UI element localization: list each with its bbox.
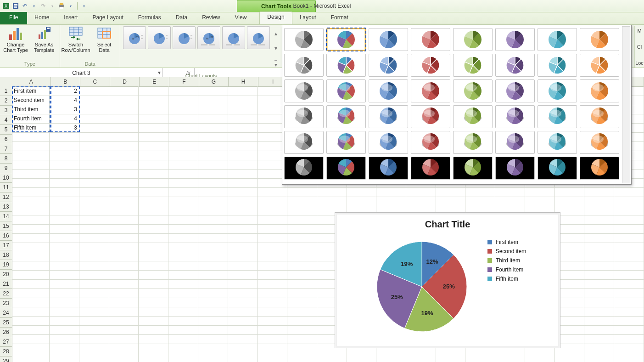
cell[interactable] [258, 270, 287, 280]
cell[interactable] [614, 206, 644, 215]
cell[interactable] [584, 261, 614, 271]
cell[interactable] [584, 279, 614, 289]
cell[interactable] [228, 353, 258, 362]
cell[interactable] [109, 288, 139, 298]
cell[interactable] [228, 187, 258, 197]
cell[interactable] [109, 325, 139, 335]
print-icon[interactable] [58, 2, 65, 10]
cell[interactable]: 2 [50, 86, 79, 96]
cell[interactable] [198, 141, 228, 151]
cell[interactable] [436, 187, 466, 197]
chart-style-thumb[interactable] [411, 28, 450, 51]
cell[interactable] [139, 344, 168, 353]
undo-dropdown-icon[interactable]: ▾ [30, 2, 38, 10]
cell[interactable]: 3 [50, 123, 79, 133]
row-header[interactable]: 19 [0, 260, 12, 270]
cell[interactable] [614, 307, 644, 317]
chart-style-thumb[interactable] [580, 79, 619, 102]
cell[interactable] [50, 325, 79, 335]
cell[interactable] [79, 344, 109, 353]
column-header[interactable]: E [140, 77, 169, 86]
cell[interactable] [198, 270, 228, 280]
cell[interactable] [79, 252, 109, 261]
cell[interactable] [109, 151, 139, 160]
cell[interactable] [109, 141, 139, 151]
chart-style-thumb[interactable] [411, 54, 450, 77]
cell[interactable] [139, 325, 168, 335]
cell[interactable] [287, 344, 317, 353]
chart-style-thumb[interactable] [369, 79, 408, 102]
cell[interactable]: Fifth item [12, 123, 50, 133]
cell[interactable] [109, 334, 139, 344]
cell[interactable] [109, 298, 139, 307]
cell[interactable] [198, 96, 228, 105]
column-header[interactable]: B [51, 77, 81, 86]
cell[interactable]: First item [12, 86, 50, 96]
cell[interactable] [139, 169, 168, 179]
cell[interactable] [139, 178, 168, 188]
chart-style-thumb[interactable] [453, 105, 493, 128]
cell[interactable] [228, 298, 258, 307]
cell[interactable] [198, 187, 228, 197]
row-header[interactable]: 12 [0, 192, 12, 202]
cell[interactable] [584, 215, 614, 225]
cell[interactable] [614, 344, 644, 353]
cell[interactable] [50, 197, 79, 206]
cell[interactable] [287, 334, 317, 344]
cell[interactable] [139, 123, 168, 133]
cell[interactable] [79, 298, 109, 307]
cell[interactable] [79, 160, 109, 170]
cell[interactable] [584, 334, 614, 344]
cell[interactable]: Fourth item [12, 114, 50, 124]
cell[interactable] [168, 114, 198, 124]
pie-chart[interactable]: 12%25%19%25%19% [369, 236, 475, 333]
qat-more-icon[interactable]: ▾ [67, 2, 74, 10]
cell[interactable] [79, 279, 109, 289]
cell[interactable] [258, 334, 287, 344]
cell[interactable] [50, 187, 79, 197]
chart-layout-thumb[interactable]: %% [123, 26, 146, 49]
cell[interactable] [555, 197, 585, 206]
qat-customize-icon[interactable]: ▾ [80, 2, 88, 10]
cell[interactable] [109, 279, 139, 289]
cell[interactable] [258, 197, 287, 206]
row-header[interactable]: 28 [0, 347, 12, 356]
cell[interactable] [198, 261, 228, 271]
cell[interactable] [139, 252, 168, 261]
cell[interactable] [198, 197, 228, 206]
row-header[interactable]: 14 [0, 212, 12, 221]
cell[interactable] [198, 288, 228, 298]
cell[interactable] [228, 307, 258, 317]
cell[interactable] [287, 279, 317, 289]
cell[interactable] [79, 215, 109, 225]
select-all-corner[interactable] [0, 77, 12, 87]
cell[interactable] [109, 243, 139, 252]
row-header[interactable]: 21 [0, 279, 12, 289]
cell[interactable] [198, 132, 228, 142]
cell[interactable] [109, 270, 139, 280]
cell[interactable] [50, 344, 79, 353]
row-header[interactable]: 16 [0, 231, 12, 241]
cell[interactable] [79, 86, 109, 96]
cell[interactable] [258, 353, 287, 362]
cell[interactable] [287, 316, 317, 326]
cell[interactable] [228, 151, 258, 160]
cell[interactable] [168, 132, 198, 142]
cell[interactable] [258, 187, 287, 197]
cell[interactable] [287, 252, 317, 261]
redo-icon[interactable]: ↷ [39, 2, 47, 10]
cell[interactable] [109, 197, 139, 206]
cell[interactable] [465, 187, 495, 197]
cell[interactable] [376, 353, 406, 362]
cell[interactable] [12, 178, 50, 188]
chart-style-thumb[interactable] [326, 54, 366, 77]
chart-title[interactable]: Chart Title [335, 219, 560, 230]
chart-layout-thumb[interactable]: %% [197, 26, 220, 49]
cell[interactable] [495, 187, 525, 197]
row-header[interactable]: 1 [0, 86, 12, 96]
cell[interactable] [12, 169, 50, 179]
cell[interactable] [317, 353, 347, 362]
cell[interactable] [258, 298, 287, 307]
cell[interactable] [347, 197, 377, 206]
cell[interactable] [139, 160, 168, 170]
